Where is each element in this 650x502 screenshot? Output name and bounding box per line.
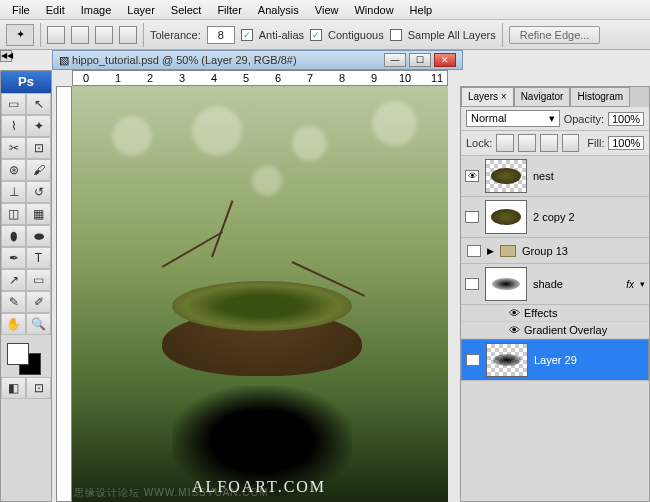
menu-layer[interactable]: Layer — [119, 2, 163, 18]
type-tool-icon[interactable]: T — [26, 247, 51, 269]
layer-group-row[interactable]: ▶ Group 13 — [461, 238, 649, 264]
shape-tool-icon[interactable]: ▭ — [26, 269, 51, 291]
lock-pixels-icon[interactable] — [518, 134, 536, 152]
selection-add-icon[interactable] — [71, 26, 89, 44]
arrow-tool-icon[interactable]: ↖ — [26, 93, 51, 115]
menu-image[interactable]: Image — [73, 2, 120, 18]
stamp-tool-icon[interactable]: ⊥ — [1, 181, 26, 203]
document-title: hippo_tutorial.psd @ 50% (Layer 29, RGB/… — [72, 54, 381, 66]
lock-position-icon[interactable] — [540, 134, 558, 152]
opacity-label: Opacity: — [564, 113, 604, 125]
slice-tool-icon[interactable]: ⊡ — [26, 137, 51, 159]
tolerance-input[interactable] — [207, 26, 235, 44]
effects-row[interactable]: 👁Effects — [461, 305, 649, 322]
refine-edge-button[interactable]: Refine Edge... — [509, 26, 601, 44]
collapse-toggle-icon[interactable]: ◀◀ — [0, 50, 12, 62]
screenmode-icon[interactable]: ⊡ — [26, 377, 51, 399]
zoom-tool-icon[interactable]: 🔍 — [26, 313, 51, 335]
history-brush-tool-icon[interactable]: ↺ — [26, 181, 51, 203]
visibility-toggle-icon[interactable]: 👁 — [466, 354, 480, 366]
visibility-toggle-icon[interactable]: 👁 — [465, 170, 479, 182]
visibility-toggle-icon[interactable] — [467, 245, 481, 257]
pen-tool-icon[interactable]: ✒ — [1, 247, 26, 269]
layer-row-selected[interactable]: 👁 Layer 29 — [461, 339, 649, 381]
menu-window[interactable]: Window — [346, 2, 401, 18]
visibility-toggle-icon[interactable] — [465, 278, 479, 290]
blend-mode-select[interactable]: Normal▾ — [466, 110, 560, 127]
eye-icon[interactable]: 👁 — [509, 307, 520, 319]
document-titlebar[interactable]: ▧ hippo_tutorial.psd @ 50% (Layer 29, RG… — [52, 50, 463, 70]
dodge-tool-icon[interactable]: ⬬ — [26, 225, 51, 247]
layers-panel: Layers × Navigator Histogram Normal▾ Opa… — [460, 86, 650, 502]
lasso-tool-icon[interactable]: ⌇ — [1, 115, 26, 137]
eraser-tool-icon[interactable]: ◫ — [1, 203, 26, 225]
layer-name[interactable]: Layer 29 — [534, 354, 644, 366]
contiguous-label: Contiguous — [328, 29, 384, 41]
watermark-secondary: 思缘设计论坛 WWW.MISSYUAN.COM — [74, 486, 269, 500]
sample-all-checkbox[interactable] — [390, 29, 402, 41]
layer-row[interactable]: shade fx▾ — [461, 264, 649, 305]
selection-new-icon[interactable] — [47, 26, 65, 44]
layer-thumbnail[interactable] — [485, 159, 527, 193]
fg-color[interactable] — [7, 343, 29, 365]
magic-wand-current-icon[interactable]: ✦ — [6, 24, 34, 46]
canvas[interactable]: ALFOART.COM 思缘设计论坛 WWW.MISSYUAN.COM — [72, 86, 448, 502]
maximize-button[interactable]: ☐ — [409, 53, 431, 67]
hand-tool-icon[interactable]: ✋ — [1, 313, 26, 335]
color-swatch[interactable] — [1, 339, 51, 377]
quickmask-icon[interactable]: ◧ — [1, 377, 26, 399]
antialias-checkbox[interactable]: ✓ — [241, 29, 253, 41]
fx-badge[interactable]: fx — [626, 279, 634, 290]
move-tool-icon[interactable]: ▭ — [1, 93, 26, 115]
menu-edit[interactable]: Edit — [38, 2, 73, 18]
layer-name[interactable]: nest — [533, 170, 645, 182]
opacity-input[interactable]: 100% — [608, 112, 644, 126]
selection-subtract-icon[interactable] — [95, 26, 113, 44]
layer-thumbnail[interactable] — [485, 200, 527, 234]
eyedropper-tool-icon[interactable]: ✐ — [26, 291, 51, 313]
heal-tool-icon[interactable]: ⊛ — [1, 159, 26, 181]
menu-filter[interactable]: Filter — [209, 2, 249, 18]
menu-view[interactable]: View — [307, 2, 347, 18]
menu-help[interactable]: Help — [402, 2, 441, 18]
layer-row[interactable]: 2 copy 2 — [461, 197, 649, 238]
ps-logo: Ps — [1, 71, 51, 93]
ruler-horizontal: 01234567891011 — [72, 70, 448, 86]
lock-transparent-icon[interactable] — [496, 134, 514, 152]
magic-wand-tool-icon[interactable]: ✦ — [26, 115, 51, 137]
folder-icon — [500, 245, 516, 257]
minimize-button[interactable]: — — [384, 53, 406, 67]
effect-gradient-overlay[interactable]: 👁Gradient Overlay — [461, 322, 649, 339]
lock-all-icon[interactable] — [562, 134, 580, 152]
close-button[interactable]: ✕ — [434, 53, 456, 67]
group-name[interactable]: Group 13 — [522, 245, 643, 257]
layer-list: 👁 nest 2 copy 2 ▶ Group 13 shade fx▾ 👁Ef… — [461, 156, 649, 501]
menu-file[interactable]: File — [4, 2, 38, 18]
blur-tool-icon[interactable]: ⬮ — [1, 225, 26, 247]
tab-navigator[interactable]: Navigator — [514, 87, 571, 107]
antialias-label: Anti-alias — [259, 29, 304, 41]
crop-tool-icon[interactable]: ✂ — [1, 137, 26, 159]
tab-layers[interactable]: Layers × — [461, 87, 514, 107]
gradient-tool-icon[interactable]: ▦ — [26, 203, 51, 225]
expand-toggle-icon[interactable]: ▶ — [487, 246, 494, 256]
layer-name[interactable]: 2 copy 2 — [533, 211, 645, 223]
selection-intersect-icon[interactable] — [119, 26, 137, 44]
menu-analysis[interactable]: Analysis — [250, 2, 307, 18]
notes-tool-icon[interactable]: ✎ — [1, 291, 26, 313]
layer-name[interactable]: shade — [533, 278, 620, 290]
tab-histogram[interactable]: Histogram — [570, 87, 630, 107]
layer-row[interactable]: 👁 nest — [461, 156, 649, 197]
layer-thumbnail[interactable] — [485, 267, 527, 301]
separator — [143, 23, 144, 47]
menu-select[interactable]: Select — [163, 2, 210, 18]
brush-tool-icon[interactable]: 🖌 — [26, 159, 51, 181]
toolbox: Ps ▭↖ ⌇✦ ✂⊡ ⊛🖌 ⊥↺ ◫▦ ⬮⬬ ✒T ↗▭ ✎✐ ✋🔍 ◧⊡ — [0, 70, 52, 502]
eye-icon[interactable]: 👁 — [509, 324, 520, 336]
app-icon: ▧ — [59, 54, 69, 67]
fill-input[interactable]: 100% — [608, 136, 644, 150]
visibility-toggle-icon[interactable] — [465, 211, 479, 223]
layer-thumbnail[interactable] — [486, 343, 528, 377]
path-tool-icon[interactable]: ↗ — [1, 269, 26, 291]
contiguous-checkbox[interactable]: ✓ — [310, 29, 322, 41]
